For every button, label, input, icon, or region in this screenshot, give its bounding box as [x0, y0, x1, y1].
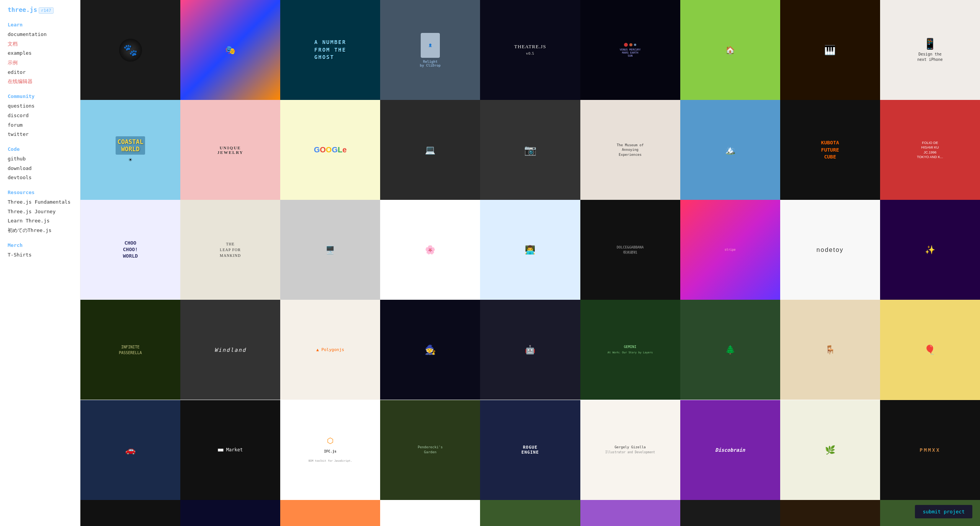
list-item[interactable]: VENUS MERCURYMARS EARTHSUN [580, 0, 680, 100]
list-item[interactable]: 🌍 [180, 500, 280, 526]
questions-link[interactable]: questions [8, 101, 72, 111]
fundamentals-link[interactable]: Three.js Fundamentals [8, 198, 72, 207]
community-heading: Community [8, 93, 72, 99]
list-item[interactable]: 🎹 [780, 0, 880, 100]
download-link[interactable]: download [8, 164, 72, 173]
list-item[interactable]: Windland [180, 300, 280, 400]
list-item[interactable]: 🌸 [380, 200, 480, 300]
list-item[interactable]: 🏔️ [680, 100, 780, 200]
list-item[interactable]: 👤 Relightby CliDrop [380, 0, 480, 100]
code-heading: Code [8, 146, 72, 152]
list-item[interactable]: stripe [680, 200, 780, 300]
list-item[interactable]: THEATRE.JSv0.5 [480, 0, 580, 100]
twitter-link[interactable]: twitter [8, 130, 72, 139]
list-item[interactable]: 🏠 [680, 0, 780, 100]
list-item[interactable]: ROGUEENGINE [480, 400, 580, 500]
code-section: Code github download devtools [8, 146, 72, 183]
list-item[interactable]: The Museum ofAnnoyingExperiences [580, 100, 680, 200]
list-item[interactable]: 🌲 [680, 300, 780, 400]
forum-link[interactable]: forum [8, 121, 72, 130]
submit-project-button[interactable]: submit project [915, 505, 972, 518]
community-section: Community questions discord forum twitte… [8, 93, 72, 139]
editor-link[interactable]: editor [8, 68, 72, 77]
list-item[interactable]: 🪑 [780, 300, 880, 400]
examples-cn-link[interactable]: 示例 [8, 58, 72, 68]
editor-cn-link[interactable]: 在线编辑器 [8, 77, 72, 87]
list-item[interactable]: ✨ [880, 200, 980, 300]
list-item[interactable]: MEDAL OF HONORABOVE AND BEYOND [780, 500, 880, 526]
list-item[interactable]: GEMINIAt Work: Our Story by Layers [580, 300, 680, 400]
list-item[interactable]: 📷 [480, 100, 580, 200]
github-link[interactable]: github [8, 154, 72, 164]
resources-section: Resources Three.js Fundamentals Three.js… [8, 189, 72, 235]
list-item[interactable]: GOOGLe [280, 100, 380, 200]
list-item[interactable]: DOLCE&GABBANA呪術廻戦 [580, 200, 680, 300]
list-item[interactable]: ▲ Polygonjs [280, 300, 380, 400]
site-title[interactable]: three.js [8, 6, 37, 13]
journey-link[interactable]: Three.js Journey [8, 207, 72, 217]
learn-section: Learn documentation 文档 examples 示例 edito… [8, 22, 72, 87]
list-item[interactable]: 🧙 [380, 300, 480, 400]
resources-heading: Resources [8, 189, 72, 195]
list-item[interactable]: 🏊 [580, 500, 680, 526]
projects-grid: 🐾 🎭 A NUMBERFROM THEGHOST 👤 Relightby Cl… [80, 0, 980, 526]
list-item[interactable]: INFINITEPASSERELLA [80, 300, 180, 400]
list-item[interactable]: KUBOTAFUTURECUBE [780, 100, 880, 200]
list-item[interactable]: Gergely GizellaIllustrator and Developme… [580, 400, 680, 500]
discord-link[interactable]: discord [8, 111, 72, 121]
list-item[interactable]: 👨‍💻 [480, 200, 580, 300]
list-item[interactable]: 🤖 [480, 300, 580, 400]
list-item[interactable]: ⚽ [680, 500, 780, 526]
main-content: 🐾 🎭 A NUMBERFROM THEGHOST 👤 Relightby Cl… [80, 0, 980, 526]
list-item[interactable]: COASTALWORLD ☀️ [80, 100, 180, 200]
learn-heading: Learn [8, 22, 72, 28]
list-item[interactable]: ■■ Market [180, 400, 280, 500]
list-item[interactable]: 🖥️ [280, 200, 380, 300]
jp-link[interactable]: 初めてのThree.js [8, 226, 72, 235]
list-item[interactable]: unshift [80, 500, 180, 526]
documentation-link[interactable]: documentation [8, 30, 72, 39]
list-item[interactable]: ⛰️ [480, 500, 580, 526]
list-item[interactable]: 🏠01 [280, 500, 380, 526]
examples-link[interactable]: examples [8, 49, 72, 58]
list-item[interactable]: FOLIO DEHISAMI KUJC.1996TOKYO AND K... [880, 100, 980, 200]
list-item[interactable]: Spline [380, 500, 480, 526]
list-item[interactable]: 🚗 [80, 400, 180, 500]
list-item[interactable]: CHOOCHOO!WORLD [80, 200, 180, 300]
sidebar: three.js r147 Learn documentation 文档 exa… [0, 0, 80, 526]
list-item[interactable]: ⬡IFC.jsBIM toolkit for JavaScript. [280, 400, 380, 500]
list-item[interactable]: 📱 Design thenext iPhone [880, 0, 980, 100]
devtools-link[interactable]: devtools [8, 173, 72, 183]
list-item[interactable]: nodetoy [780, 200, 880, 300]
list-item[interactable]: 💻 [380, 100, 480, 200]
list-item[interactable]: Discobrain [680, 400, 780, 500]
list-item[interactable]: 🐾 [80, 0, 180, 100]
list-item[interactable]: PMMXX [880, 400, 980, 500]
merch-heading: Merch [8, 242, 72, 248]
documentation-cn-link[interactable]: 文档 [8, 39, 72, 49]
list-item[interactable]: 🌿 [780, 400, 880, 500]
tshirts-link[interactable]: T-Shirts [8, 250, 72, 260]
list-item[interactable]: UNIQUEJEWELRY [180, 100, 280, 200]
list-item[interactable]: 🎈 [880, 300, 980, 400]
list-item[interactable]: THELEAP FORMANKIND [180, 200, 280, 300]
learn-link[interactable]: Learn Three.js [8, 216, 72, 226]
version-badge: r147 [39, 7, 54, 14]
list-item[interactable]: 🎭 [180, 0, 280, 100]
list-item[interactable]: A NUMBERFROM THEGHOST [280, 0, 380, 100]
list-item[interactable]: Penderecki'sGarden [380, 400, 480, 500]
merch-section: Merch T-Shirts [8, 242, 72, 260]
